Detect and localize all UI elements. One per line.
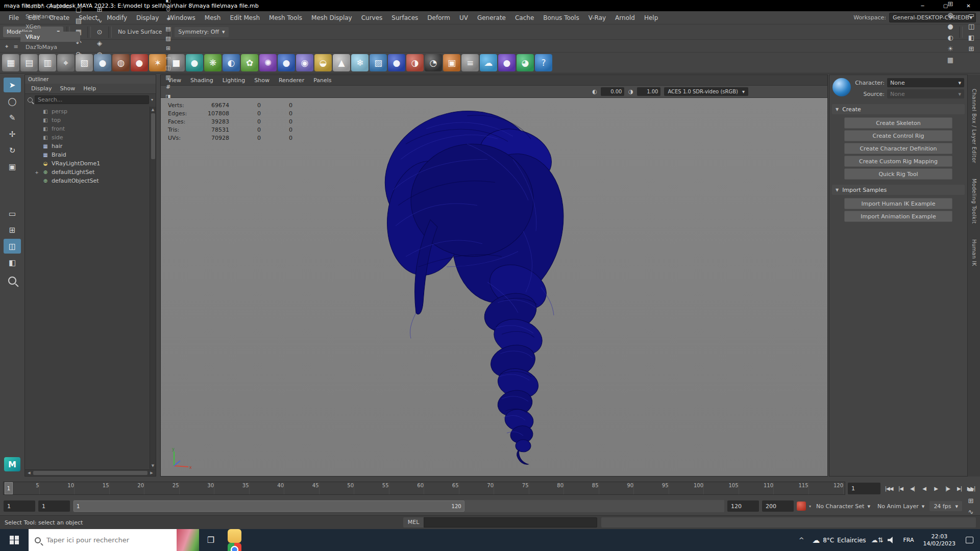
2d-pan-zoom-icon[interactable]: ⊞ [163, 43, 173, 53]
wireframe-display-icon[interactable]: ◍ [945, 10, 956, 21]
play-backwards-button[interactable]: ◀ [918, 483, 930, 494]
scale-tool[interactable]: ▣ [4, 159, 21, 174]
select-tool[interactable]: ➤ [4, 78, 21, 92]
shelf-tab[interactable]: Substance [20, 11, 80, 21]
snap-to-curve-icon[interactable]: ∿ [94, 15, 105, 27]
shelf-page-icon[interactable]: ▧ [76, 54, 93, 71]
menu-item[interactable]: Mesh Display [307, 14, 357, 21]
create-section-button[interactable]: Create Control Rig [844, 130, 952, 141]
start-button[interactable] [0, 529, 29, 551]
film-gate-icon[interactable]: ▭ [163, 53, 173, 63]
command-language-button[interactable]: MEL [403, 517, 424, 528]
search-highlight-image[interactable] [177, 529, 199, 551]
vray-ies-light-icon[interactable]: ❄ [351, 54, 369, 71]
outliner-vertical-scrollbar[interactable]: ▲▼ [150, 107, 156, 469]
profiler-icon[interactable]: ∿ [965, 506, 976, 517]
outliner-menu-item[interactable]: Help [79, 85, 100, 92]
vray-dome-light-icon[interactable]: ◒ [314, 54, 332, 71]
gamma-field[interactable]: 1.00 [637, 87, 660, 96]
menu-item[interactable]: Mesh [200, 14, 226, 21]
weather-widget[interactable]: ☁ 8°C Eclaircies [808, 536, 870, 545]
three-pane-layout-icon[interactable]: ◧ [966, 32, 977, 43]
viewport-menu-item[interactable]: Shading [186, 77, 218, 84]
hair-wireframe-model[interactable] [161, 98, 827, 476]
select-camera-icon[interactable]: ◧ [163, 0, 173, 5]
vray-help-icon[interactable]: ? [535, 54, 552, 71]
vray-scatter-icon[interactable]: ✺ [259, 54, 277, 71]
animation-start-field[interactable]: 1 [38, 500, 70, 512]
viewport-menu-item[interactable]: Lighting [218, 77, 250, 84]
character-set-select[interactable]: No Character Set ▾ [814, 503, 872, 510]
outliner-item-front[interactable]: ◧ front [25, 124, 156, 133]
vray-cloud-icon[interactable]: ☁ [480, 54, 497, 71]
viewport-menu-item[interactable]: Renderer [274, 77, 309, 84]
gamma-icon[interactable]: ◑ [626, 87, 635, 96]
fps-select[interactable]: 24 fps ▾ [929, 501, 962, 511]
outliner-item-hair[interactable]: ▦ hair [25, 142, 156, 151]
usb-icon[interactable]: ⇅ [878, 536, 884, 544]
outliner-menu-item[interactable]: Display [27, 85, 56, 92]
auto-keyframe-icon[interactable] [797, 502, 806, 511]
task-view-button[interactable]: ❐ [199, 529, 223, 551]
outliner-item-top[interactable]: ◧ top [25, 116, 156, 124]
shelf-grid-icon[interactable]: ▦ [2, 54, 19, 71]
outliner-item-braid[interactable]: ▦ Braid [25, 151, 156, 159]
image-plane-icon[interactable]: ▨ [163, 34, 173, 43]
vray-node-icon[interactable]: ≡ [461, 54, 479, 71]
import-section-button[interactable]: Import Animation Example [844, 211, 952, 222]
vray-rect-light-icon[interactable]: ▲ [333, 54, 350, 71]
play-forwards-button[interactable]: ▶ [930, 483, 942, 494]
chrome-icon[interactable] [223, 543, 247, 551]
vray-teal-sphere-icon[interactable]: ● [186, 54, 203, 71]
source-select[interactable]: None ▾ [887, 89, 964, 98]
shelf-plane-icon[interactable]: ▤ [20, 54, 38, 71]
shelf-tab[interactable]: Motion Graphics [20, 1, 80, 11]
create-section-button[interactable]: Create Character Definition [844, 143, 952, 154]
anim-layer-select[interactable]: No Anim Layer ▾ [875, 503, 926, 510]
vray-material-icon[interactable]: ◑ [406, 54, 424, 71]
outliner-item-defaultlightset[interactable]: + ⊕ defaultLightSet [25, 168, 156, 177]
shelf-panel-icon[interactable]: ▥ [39, 54, 56, 71]
menu-item[interactable]: Help [640, 14, 663, 21]
step-back-key-button[interactable]: |◀ [895, 483, 906, 494]
vray-swirl-icon[interactable]: ◉ [296, 54, 313, 71]
shelf-menu-icon[interactable]: ≡ [11, 42, 20, 51]
exposure-icon[interactable]: ◐ [590, 87, 599, 96]
playback-end-field[interactable]: 120 [727, 500, 759, 512]
outliner-item-vraylightdome1[interactable]: ◒ VRayLightDome1 [25, 159, 156, 168]
sidebar-tab[interactable]: Human IK [971, 239, 977, 266]
menu-item[interactable]: Curves [357, 14, 387, 21]
chevron-down-icon[interactable]: ▾ [809, 504, 811, 509]
shelf-tab[interactable]: VRay [20, 32, 80, 42]
outliner-item-persp[interactable]: ◧ persp [25, 107, 156, 116]
step-forward-frame-button[interactable]: |▶ [942, 483, 953, 494]
minimize-button[interactable]: ─ [911, 0, 934, 11]
shelf-measure-icon[interactable]: ⌖ [57, 54, 75, 71]
volume-icon[interactable] [888, 537, 895, 543]
menu-item[interactable]: Deform [423, 14, 455, 21]
shelf-tab[interactable]: DazToMaya [20, 42, 80, 52]
menu-item[interactable]: Edit Mesh [225, 14, 264, 21]
outliner-item-side[interactable]: ◧ side [25, 133, 156, 142]
snap-to-point-icon[interactable]: ⊙ [94, 27, 105, 38]
zoom-tool-icon[interactable] [8, 277, 16, 285]
exposure-field[interactable]: 0.00 [601, 87, 624, 96]
vray-purple-sphere-icon[interactable]: ● [498, 54, 516, 71]
playblast-icon[interactable]: ▬ [965, 484, 976, 495]
single-pane-layout-icon[interactable]: ▭ [966, 10, 977, 21]
step-back-frame-button[interactable]: ◀| [906, 483, 918, 494]
vray-physical-camera-icon[interactable]: ▣ [443, 54, 460, 71]
expand-toggle[interactable]: + [34, 170, 39, 175]
lock-camera-icon[interactable]: ⊙ [163, 5, 173, 14]
sidebar-tab[interactable]: Channel Box / Layer Editor [971, 89, 977, 163]
gate-mask-icon[interactable]: ▥ [163, 72, 173, 82]
vray-proxy-icon[interactable]: ◕ [517, 54, 534, 71]
step-forward-key-button[interactable]: ▶| [953, 483, 965, 494]
range-slider-handle[interactable]: 1 120 [74, 500, 464, 512]
current-frame-marker[interactable]: 1 [5, 482, 13, 494]
notification-center-button[interactable] [961, 537, 978, 543]
character-select[interactable]: None ▾ [887, 78, 964, 87]
menu-item[interactable]: UV [455, 14, 473, 21]
menu-item[interactable]: Arnold [610, 14, 640, 21]
move-tool[interactable]: ✢ [4, 127, 21, 141]
